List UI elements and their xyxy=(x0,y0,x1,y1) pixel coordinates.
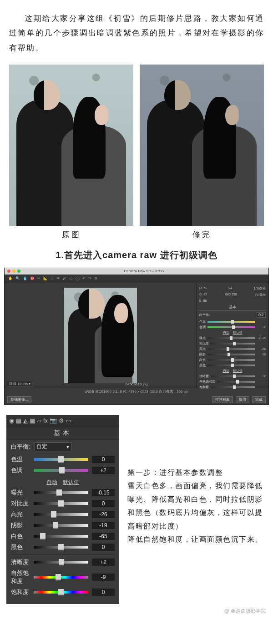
mini-slider-track-色调[interactable] xyxy=(207,326,255,328)
slider-track-对比度[interactable] xyxy=(34,502,88,505)
cancel-button[interactable]: 取消 xyxy=(236,396,249,403)
slider-value-黑色[interactable]: 0 xyxy=(92,544,115,551)
mini-slider-track-清晰度[interactable] xyxy=(211,375,255,377)
open-object-button[interactable]: 打开对象 xyxy=(212,396,233,403)
save-image-button[interactable]: 存储图像... xyxy=(7,396,31,403)
tool-prefs-icon[interactable]: ⚙ xyxy=(94,276,97,280)
tab-detail-icon[interactable]: ◭ xyxy=(23,417,28,424)
tool-spot-icon[interactable]: ◌ xyxy=(51,276,54,280)
watermark: @ 金浩森摄影学院 xyxy=(0,608,273,618)
tool-crop-icon[interactable]: ✂ xyxy=(37,276,40,280)
slider-value-自然饱和度[interactable]: -9 xyxy=(92,574,115,581)
slider-value-饱和度[interactable]: 0 xyxy=(92,589,115,596)
window-titlebar: Camera Raw 9.7 - JPEG xyxy=(5,268,268,275)
slider-value-清晰度[interactable]: +2 xyxy=(92,559,115,566)
tool-sampler-icon[interactable]: 🎯 xyxy=(30,276,35,280)
histogram-info: R: 71 f/4 1/160 秒 xyxy=(198,286,267,291)
tab-hsl-icon[interactable]: ▦ xyxy=(30,417,35,424)
mini-slider-track-曝光[interactable] xyxy=(207,337,255,339)
wb-select[interactable]: 自定 ▾ xyxy=(34,442,71,451)
tool-adjust-icon[interactable]: 🖌 xyxy=(63,276,66,280)
done-button[interactable]: 完成 xyxy=(252,396,266,403)
slider-thumb-阴影[interactable] xyxy=(53,522,58,529)
slider-thumb-曝光[interactable] xyxy=(56,489,62,496)
basic-tabbar: ◉ ▤ ◭ ▦ ▱ fx 📷 ⚙ ▭ xyxy=(6,415,119,427)
slider-track-自然饱和度[interactable] xyxy=(34,576,88,579)
step-1-line-2: 雪天白色多，画面偏亮，我们需要降低曝光、降低高光和白色，同时拉低阴影和黑色（数码… xyxy=(127,479,267,533)
slider-row-曝光: 曝光-0.15 xyxy=(6,487,119,498)
mini-slider-高光: 高光-26 xyxy=(198,346,267,352)
tool-rotate-l-icon[interactable]: ↶ xyxy=(82,276,86,280)
slider-label-色调: 色调 xyxy=(11,466,30,474)
slider-thumb-白色[interactable] xyxy=(40,533,46,539)
compare-block: 原图 修完 xyxy=(0,60,273,240)
slider-value-色调[interactable]: +2 xyxy=(92,467,115,474)
status-profile[interactable]: sRGB IEC61966-2.1; 8 位; 4896 x 6528 (32.… xyxy=(5,388,268,395)
mini-slider-对比度: 对比度 xyxy=(198,341,267,346)
slider-value-曝光[interactable]: -0.15 xyxy=(92,489,115,496)
tab-split-icon[interactable]: ▱ xyxy=(37,417,41,424)
slider-thumb-对比度[interactable] xyxy=(58,500,64,507)
step-1-row: ◉ ▤ ◭ ▦ ▱ fx 📷 ⚙ ▭ 基本 白平衡: 自定 ▾ 色温0色调+2自… xyxy=(0,415,273,618)
slider-value-白色[interactable]: -65 xyxy=(92,533,115,540)
slider-thumb-黑色[interactable] xyxy=(58,544,64,550)
slider-track-饱和度[interactable] xyxy=(34,591,88,594)
tool-radial-icon[interactable]: ◯ xyxy=(76,276,80,280)
tool-grad-icon[interactable]: ▭ xyxy=(69,276,73,280)
slider-label-阴影: 阴影 xyxy=(11,521,30,529)
mini-slider-track-对比度[interactable] xyxy=(211,343,255,344)
mini-slider-track-色温[interactable] xyxy=(207,321,255,323)
photo-original xyxy=(9,65,133,226)
slider-thumb-高光[interactable] xyxy=(51,511,56,518)
tool-redeye-icon[interactable]: 👁 xyxy=(56,276,60,280)
slider-value-色温[interactable]: 0 xyxy=(92,456,115,463)
mini-slider-track-饱和度[interactable] xyxy=(211,386,255,388)
tab-preset-icon[interactable]: ⚙ xyxy=(59,417,64,424)
mini-wb-select[interactable]: 自定 xyxy=(257,312,266,318)
slider-track-白色[interactable] xyxy=(34,535,88,538)
tool-hand-icon[interactable]: ✋ xyxy=(8,276,13,280)
slider-value-对比度[interactable]: 0 xyxy=(92,500,115,507)
maximize-dot-icon[interactable] xyxy=(17,270,20,273)
tool-straighten-icon[interactable]: 📐 xyxy=(43,276,48,280)
minimize-dot-icon[interactable] xyxy=(12,270,15,273)
mini-slider-track-高光[interactable] xyxy=(207,348,255,350)
wb-label: 白平衡: xyxy=(11,443,30,451)
slider-label-高光: 高光 xyxy=(11,510,30,519)
slider-value-阴影[interactable]: -19 xyxy=(92,522,115,529)
chevron-down-icon: ▾ xyxy=(66,444,69,450)
tab-snapshot-icon[interactable]: ▭ xyxy=(66,417,71,424)
tool-zoom-icon[interactable]: 🔍 xyxy=(15,276,20,280)
slider-track-清晰度[interactable] xyxy=(34,561,88,564)
slider-row-阴影: 阴影-19 xyxy=(6,520,119,531)
slider-value-高光[interactable]: -26 xyxy=(92,511,115,518)
intro-paragraph: 这期给大家分享这组《初雪》的后期修片思路，教大家如何通过简单的几个步骤调出暗调蓝… xyxy=(0,0,273,60)
tab-lens-icon[interactable]: ◉ xyxy=(9,417,14,424)
slider-track-黑色[interactable] xyxy=(34,546,88,549)
tool-rotate-r-icon[interactable]: ↷ xyxy=(88,276,91,280)
default-link[interactable]: 默认值 xyxy=(63,479,79,485)
mini-slider-track-自然饱和度[interactable] xyxy=(217,381,255,383)
slider-track-阴影[interactable] xyxy=(34,524,88,527)
slider-track-曝光[interactable] xyxy=(34,491,88,494)
tab-fx-icon[interactable]: fx xyxy=(43,417,48,424)
slider-thumb-饱和度[interactable] xyxy=(58,589,64,595)
tab-camera-icon[interactable]: 📷 xyxy=(50,417,57,424)
auto-link[interactable]: 自动 xyxy=(46,479,57,485)
slider-thumb-清晰度[interactable] xyxy=(59,559,64,565)
tab-tone-icon[interactable]: ▤ xyxy=(16,417,21,424)
mini-slider-track-白色[interactable] xyxy=(207,359,255,361)
mini-slider-track-黑色[interactable] xyxy=(207,364,255,366)
zoom-display[interactable]: ⊟ ⊞ 19.5% ▾ xyxy=(7,381,32,386)
mini-slider-track-阴影[interactable] xyxy=(207,354,255,355)
slider-thumb-色温[interactable] xyxy=(58,456,64,463)
slider-thumb-自然饱和度[interactable] xyxy=(56,574,61,580)
slider-track-色调[interactable] xyxy=(34,469,88,472)
slider-track-高光[interactable] xyxy=(34,513,88,516)
preview-image[interactable] xyxy=(64,288,137,383)
slider-thumb-色调[interactable] xyxy=(59,467,65,474)
tool-wb-icon[interactable]: 💧 xyxy=(23,276,27,280)
close-dot-icon[interactable] xyxy=(7,270,10,273)
slider-track-色温[interactable] xyxy=(34,458,88,461)
slider-row-色调: 色调+2 xyxy=(6,465,119,476)
